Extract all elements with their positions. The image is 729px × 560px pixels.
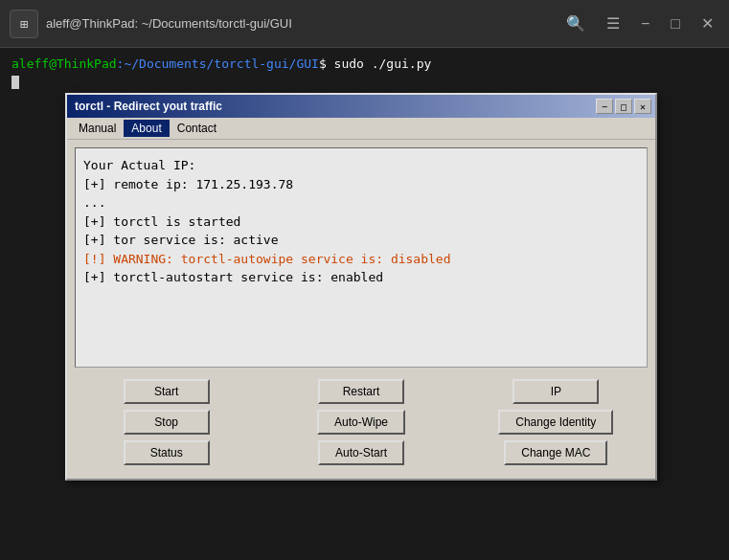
dialog-title: torctl - Redirect yout traffic — [75, 100, 222, 113]
auto-wipe-button[interactable]: Auto-Wipe — [317, 410, 405, 435]
btn-group-ip: IP — [465, 379, 648, 404]
dialog-maximize-button[interactable]: □ — [615, 99, 632, 114]
stop-button[interactable]: Stop — [124, 410, 210, 435]
terminal-minimize-button[interactable]: − — [635, 11, 655, 36]
dialog-window: torctl - Redirect yout traffic − □ ✕ Man… — [65, 93, 657, 481]
output-line-3: ... — [83, 193, 639, 213]
output-area: Your Actual IP: [+] remote ip: 171.25.19… — [75, 147, 648, 368]
btn-group-stop: Stop — [75, 410, 258, 435]
output-line-4: [+] torctl is started — [83, 213, 639, 232]
terminal-icon: ⊞ — [10, 10, 38, 38]
prompt-user: aleff@ThinkPad — [11, 56, 117, 71]
buttons-area: Start Restart IP Stop Auto-Wipe Change I… — [67, 375, 655, 479]
btn-group-status: Status — [75, 440, 258, 465]
terminal-titlebar-right[interactable]: 🔍 ☰ − □ ✕ — [560, 11, 719, 36]
btn-group-autostart: Auto-Start — [269, 440, 452, 465]
terminal-menu-button[interactable]: ☰ — [601, 11, 626, 36]
prompt-path: :~/Documents/torctl-gui/GUI — [117, 56, 319, 71]
dialog-minimize-button[interactable]: − — [596, 99, 613, 114]
menu-item-contact[interactable]: Contact — [170, 120, 224, 137]
btn-group-change-mac: Change MAC — [465, 440, 648, 465]
output-line-2: [+] remote ip: 171.25.193.78 — [83, 175, 639, 194]
terminal-titlebar-left: ⊞ aleff@ThinkPad: ~/Documents/torctl-gui… — [10, 10, 292, 38]
output-line-6: [!] WARNING: torctl-autowipe service is:… — [83, 250, 639, 269]
terminal-close-button[interactable]: ✕ — [695, 11, 719, 36]
output-line-5: [+] tor service is: active — [83, 231, 639, 250]
terminal-prompt-line: aleff@ThinkPad:~/Documents/torctl-gui/GU… — [11, 56, 718, 73]
terminal-search-button[interactable]: 🔍 — [560, 11, 591, 36]
prompt-dollar: $ — [319, 56, 327, 71]
auto-start-button[interactable]: Auto-Start — [318, 440, 404, 465]
terminal-maximize-button[interactable]: □ — [665, 11, 686, 36]
btn-group-start: Start — [75, 379, 258, 404]
change-identity-button[interactable]: Change Identity — [498, 410, 613, 435]
output-line-1: Your Actual IP: — [83, 156, 639, 175]
dialog-window-buttons[interactable]: − □ ✕ — [596, 99, 651, 114]
menu-item-about[interactable]: About — [124, 120, 169, 137]
start-button[interactable]: Start — [124, 379, 210, 404]
button-row-3: Status Auto-Start Change MAC — [75, 440, 648, 465]
dialog-close-button[interactable]: ✕ — [634, 99, 651, 114]
terminal-title: aleff@ThinkPad: ~/Documents/torctl-gui/G… — [46, 16, 292, 31]
terminal-titlebar: ⊞ aleff@ThinkPad: ~/Documents/torctl-gui… — [0, 0, 729, 48]
btn-group-change-identity: Change Identity — [465, 410, 648, 435]
prompt-cmd: sudo ./gui.py — [334, 56, 432, 71]
change-mac-button[interactable]: Change MAC — [504, 440, 607, 465]
terminal-cursor-line — [11, 73, 718, 90]
menu-item-manual[interactable]: Manual — [71, 120, 124, 137]
menu-bar: Manual About Contact — [67, 118, 655, 140]
cursor-block — [11, 76, 19, 89]
button-row-2: Stop Auto-Wipe Change Identity — [75, 410, 648, 435]
btn-group-restart: Restart — [269, 379, 452, 404]
restart-button[interactable]: Restart — [318, 379, 404, 404]
ip-button[interactable]: IP — [513, 379, 599, 404]
output-line-7: [+] torctl-autostart service is: enabled — [83, 268, 639, 287]
status-button[interactable]: Status — [124, 440, 210, 465]
dialog-titlebar: torctl - Redirect yout traffic − □ ✕ — [67, 95, 655, 118]
button-row-1: Start Restart IP — [75, 379, 648, 404]
btn-group-autowipe: Auto-Wipe — [269, 410, 452, 435]
